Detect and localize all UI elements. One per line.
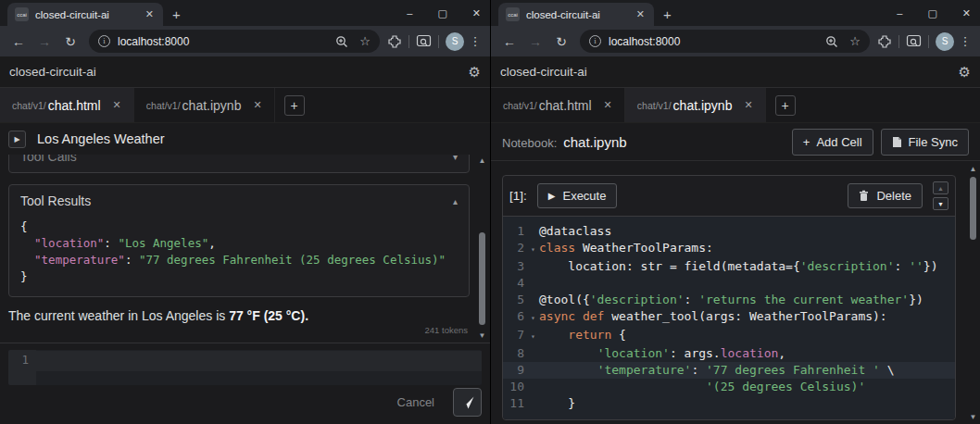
menu-kebab-icon[interactable]: ⋮ [468,34,483,48]
document-tabbar: chat/v1/chat.html ✕ chat/v1/chat.ipynb ✕… [491,88,980,123]
minimize-button[interactable]: – [897,7,902,19]
line-number: 11 [503,395,527,412]
fold-chevron-icon[interactable]: ▾ [527,308,539,327]
reload-icon[interactable]: ↻ [59,34,82,49]
back-icon[interactable]: ← [7,34,30,49]
send-button[interactable] [453,388,482,417]
tool-results-header[interactable]: Tool Results ▴ [9,185,469,217]
close-button[interactable]: ✕ [472,7,481,19]
cancel-button[interactable]: Cancel [397,395,434,417]
fold-chevron-icon[interactable]: ▾ [527,240,539,258]
scroll-up-icon[interactable]: ▲ [968,165,978,174]
code-line: 5@tool({'description': 'returns the curr… [503,292,955,308]
cell-code-editor[interactable]: 1@dataclass2▾class WeatherToolParams:3 l… [503,216,955,419]
fold-gutter [527,292,539,308]
conversation-toggle-icon[interactable]: ▶ [8,131,26,148]
notebook-scrollbar[interactable]: ▲ ▼ [968,165,978,422]
code-text: 'temperature': '77 degrees Fahrenheit ' … [539,362,895,379]
execute-label: Execute [562,189,606,203]
browser-tabstrip: ccai closed-circuit-ai ✕ + – ▢ ✕ [0,0,490,26]
move-cell-up-button[interactable]: ▲ [933,181,949,194]
code-line: 4 [503,275,955,292]
app-header: closed-circuit-ai ⚙ [0,56,490,88]
back-icon[interactable]: ← [498,34,521,49]
tab-chat-ipynb[interactable]: chat/v1/chat.ipynb ✕ [625,88,766,122]
window-controls: – ▢ ✕ [897,0,971,26]
maximize-button[interactable]: ▢ [927,7,936,19]
line-number: 7 [503,327,527,345]
input-line-number: 1 [8,350,36,385]
address-bar[interactable]: i localhost:8000 ☆ [89,30,380,53]
zoom-icon[interactable] [335,35,348,48]
add-document-tab-button[interactable]: + [284,95,305,116]
site-info-icon[interactable]: i [589,35,601,47]
code-line: "location": "Los Angeles", [20,235,458,252]
tab-close-icon[interactable]: ✕ [253,99,261,111]
menu-kebab-icon[interactable]: ⋮ [958,34,973,48]
scroll-down-icon[interactable]: ▼ [968,413,978,422]
forward-icon[interactable]: → [524,34,547,49]
chat-input-editor[interactable]: 1 [8,350,482,385]
scroll-down-icon[interactable]: ▼ [477,331,487,341]
site-info-icon[interactable]: i [98,35,110,47]
minimize-button[interactable]: – [407,7,412,19]
tab-path-prefix: chat/v1/ [503,100,537,111]
fold-gutter [527,395,539,412]
browser-tab[interactable]: ccai closed-circuit-ai ✕ [7,3,163,26]
browser-tab[interactable]: ccai closed-circuit-ai ✕ [498,3,654,26]
profile-avatar[interactable]: S [446,32,464,51]
favicon: ccai [506,7,520,21]
bookmark-star-icon[interactable]: ☆ [359,34,371,48]
omnibox-actions: ☆ [335,34,371,48]
browser-tab-close-icon[interactable]: ✕ [634,8,647,20]
tab-chat-html[interactable]: chat/v1/chat.html ✕ [491,88,625,122]
tab-filename: chat.ipynb [182,98,242,113]
delete-cell-button[interactable]: Delete [848,183,923,208]
scrollbar-thumb[interactable] [479,232,485,325]
tab-close-icon[interactable]: ✕ [604,99,612,111]
tool-results-json: { "location": "Los Angeles", "temperatur… [9,217,469,296]
move-cell-down-button[interactable]: ▼ [933,197,949,210]
tool-calls-header[interactable]: Tool Calls ▾ [9,155,469,172]
side-panel-search-icon[interactable] [416,34,432,48]
tab-chat-html[interactable]: chat/v1/chat.html ✕ [0,88,134,122]
zoom-icon[interactable] [825,35,838,48]
scrollbar-thumb[interactable] [970,177,976,240]
settings-gear-icon[interactable]: ⚙ [959,64,971,81]
code-line: } [20,268,458,285]
tab-close-icon[interactable]: ✕ [744,99,752,111]
close-button[interactable]: ✕ [962,7,971,19]
execute-button[interactable]: ▶ Execute [537,183,618,208]
new-tab-button[interactable]: + [172,6,181,22]
side-panel-search-icon[interactable] [906,34,922,48]
code-line: 1@dataclass [503,223,955,240]
chat-message-scroll-area[interactable]: Tool Calls ▾ Tool Results ▴ { "location"… [0,155,490,343]
chevron-down-icon: ▾ [453,155,458,162]
line-number: 10 [503,379,527,395]
maximize-button[interactable]: ▢ [437,7,446,19]
browser-tab-close-icon[interactable]: ✕ [144,8,156,20]
extensions-icon[interactable] [877,34,892,49]
settings-gear-icon[interactable]: ⚙ [469,64,481,81]
profile-avatar[interactable]: S [936,32,954,51]
line-number: 2 [503,240,527,258]
new-tab-button[interactable]: + [663,6,672,22]
forward-icon[interactable]: → [33,34,56,49]
app-header: closed-circuit-ai ⚙ [491,56,980,88]
tab-chat-ipynb[interactable]: chat/v1/chat.ipynb ✕ [134,88,275,122]
file-sync-button[interactable]: File Sync [881,129,969,156]
add-cell-button[interactable]: + Add Cell [792,129,873,156]
reload-icon[interactable]: ↻ [550,34,572,49]
bookmark-star-icon[interactable]: ☆ [849,34,861,48]
fold-chevron-icon[interactable]: ▾ [527,327,539,345]
input-active-line [36,351,482,371]
chat-scrollbar[interactable]: ▲ ▼ [477,156,487,341]
app-title: closed-circuit-ai [500,65,959,79]
notebook-title: Notebook: chat.ipynb [502,134,785,150]
code-line: 10 '(25 degrees Celsius)' [503,379,955,395]
tab-close-icon[interactable]: ✕ [113,99,121,111]
scroll-up-icon[interactable]: ▲ [477,156,487,166]
extensions-icon[interactable] [387,34,402,49]
address-bar[interactable]: i localhost:8000 ☆ [580,30,870,53]
add-document-tab-button[interactable]: + [775,95,796,116]
